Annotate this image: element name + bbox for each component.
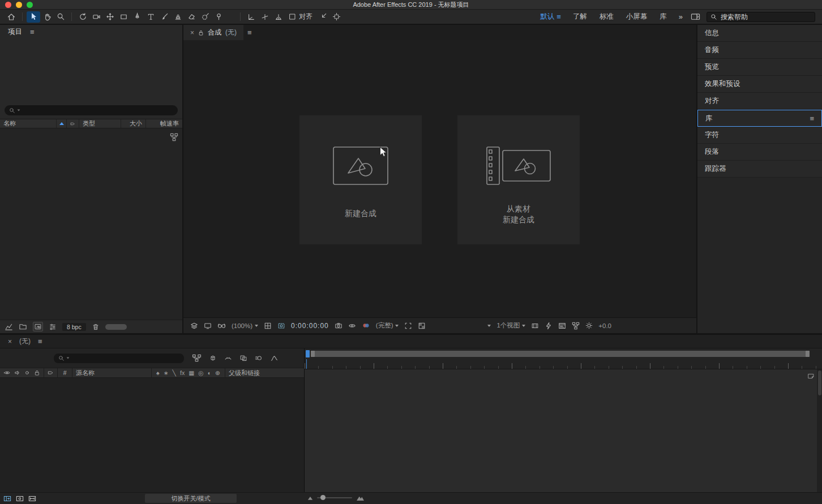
timeline-track-area[interactable] bbox=[305, 369, 822, 492]
time-navigator[interactable] bbox=[306, 350, 810, 359]
magnification-dropdown[interactable]: (100%) bbox=[232, 322, 258, 329]
column-label-color[interactable] bbox=[67, 119, 79, 128]
sidebar-item-effects-presets[interactable]: 效果和预设 bbox=[697, 76, 822, 93]
time-navigator-bar[interactable] bbox=[311, 351, 810, 357]
workspace-overflow-button[interactable]: » bbox=[673, 12, 688, 21]
world-axis-mode-icon[interactable] bbox=[258, 11, 272, 23]
delete-trash-button[interactable] bbox=[92, 323, 100, 331]
pen-tool[interactable] bbox=[130, 11, 144, 23]
project-search-box[interactable] bbox=[5, 105, 178, 115]
show-snapshot-icon[interactable] bbox=[348, 322, 356, 329]
comp-flowchart-icon[interactable] bbox=[572, 322, 580, 330]
channel-settings-glasses-icon[interactable] bbox=[217, 322, 226, 329]
mask-path-visibility-icon[interactable] bbox=[277, 322, 285, 330]
hand-tool[interactable] bbox=[40, 11, 54, 23]
camera-tool[interactable] bbox=[89, 11, 103, 23]
new-composition-button[interactable] bbox=[33, 322, 43, 331]
composition-tab[interactable]: × 合成 (无) bbox=[183, 25, 243, 40]
adjustment-switch-icon[interactable]: ◐ bbox=[208, 369, 211, 376]
view-options-caret[interactable] bbox=[487, 325, 491, 327]
type-tool[interactable] bbox=[144, 11, 157, 23]
eraser-tool[interactable] bbox=[185, 11, 198, 23]
project-search-input[interactable] bbox=[22, 107, 173, 114]
mini-flowchart-icon[interactable] bbox=[192, 354, 202, 362]
column-label[interactable] bbox=[44, 368, 58, 377]
time-ruler[interactable] bbox=[305, 359, 816, 369]
solo-icon[interactable] bbox=[24, 369, 31, 376]
libraries-panel-menu-icon[interactable]: ≡ bbox=[810, 114, 814, 123]
sidebar-item-libraries[interactable]: 库 ≡ bbox=[697, 110, 822, 127]
snap-align-toggle[interactable]: 对齐 bbox=[289, 12, 312, 21]
zoom-slider-knob[interactable] bbox=[320, 495, 326, 500]
timeline-button-icon[interactable] bbox=[558, 322, 566, 330]
timeline-panel-menu-icon[interactable]: ≡ bbox=[38, 337, 42, 346]
view-layout-dropdown[interactable]: 1个视图 bbox=[496, 321, 525, 330]
color-depth-button[interactable]: 8 bpc bbox=[62, 323, 86, 331]
threed-switch-icon[interactable]: ⊕ bbox=[215, 369, 220, 376]
help-search-field[interactable] bbox=[707, 12, 815, 22]
transparency-grid-icon[interactable] bbox=[418, 322, 426, 330]
expand-inout-panes-icon[interactable] bbox=[28, 495, 36, 502]
frame-blend-icon[interactable] bbox=[239, 354, 247, 362]
sidebar-item-preview[interactable]: 预览 bbox=[697, 59, 822, 76]
column-name[interactable]: 名称 bbox=[0, 119, 57, 128]
toggle-switches-modes-button[interactable]: 切换开关/模式 bbox=[145, 494, 237, 503]
rotation-tool[interactable] bbox=[76, 11, 89, 23]
puppet-pin-tool[interactable] bbox=[212, 11, 225, 23]
close-tab-icon[interactable]: × bbox=[8, 338, 12, 346]
home-button[interactable] bbox=[5, 11, 18, 23]
shrink-cursor-icon[interactable] bbox=[316, 11, 329, 23]
close-window-button[interactable] bbox=[5, 2, 11, 8]
pixel-aspect-correction-icon[interactable] bbox=[531, 322, 539, 330]
lock-icon[interactable] bbox=[34, 369, 40, 376]
new-folder-button[interactable] bbox=[19, 322, 27, 331]
fullscreen-window-button[interactable] bbox=[27, 2, 33, 8]
expand-layer-switches-icon[interactable] bbox=[3, 495, 11, 502]
sidebar-item-tracker[interactable]: 跟踪器 bbox=[697, 161, 822, 178]
eye-icon[interactable] bbox=[3, 369, 11, 376]
project-panel-menu-icon[interactable]: ≡ bbox=[30, 28, 35, 36]
column-number[interactable]: # bbox=[58, 368, 72, 377]
sort-ascending-indicator[interactable] bbox=[57, 119, 67, 128]
reset-exposure-icon[interactable] bbox=[585, 322, 593, 329]
workspace-tab-learn[interactable]: 了解 bbox=[567, 12, 593, 21]
shy-switch-icon[interactable]: ♠ bbox=[156, 369, 160, 376]
workspace-tab-small-screen[interactable]: 小屏幕 bbox=[620, 12, 654, 21]
motion-blur-switch-icon[interactable]: ◎ bbox=[198, 369, 203, 376]
close-tab-icon[interactable]: × bbox=[190, 29, 194, 37]
column-type[interactable]: 类型 bbox=[79, 119, 121, 128]
timeline-search-input[interactable] bbox=[71, 355, 179, 361]
always-preview-icon[interactable] bbox=[190, 322, 198, 330]
shape-tool[interactable] bbox=[117, 11, 130, 23]
sidebar-item-character[interactable]: 字符 bbox=[697, 127, 822, 144]
workspace-tab-libraries[interactable]: 库 bbox=[653, 12, 673, 21]
lock-icon[interactable] bbox=[198, 29, 204, 36]
timeline-search-box[interactable] bbox=[54, 354, 184, 363]
playhead-line[interactable] bbox=[306, 359, 307, 369]
frame-blend-switch-icon[interactable]: ▦ bbox=[189, 369, 194, 376]
quality-switch-icon[interactable]: ╲ bbox=[173, 369, 176, 376]
draft-3d-icon[interactable] bbox=[209, 354, 217, 362]
workspace-default-menu[interactable]: ≡ bbox=[556, 12, 567, 21]
timeline-zoom-slider[interactable] bbox=[317, 497, 352, 498]
graph-editor-icon[interactable] bbox=[270, 354, 279, 362]
project-item-list[interactable] bbox=[0, 128, 182, 320]
column-source-name[interactable]: 源名称 bbox=[72, 368, 152, 377]
project-panel-title[interactable]: 项目 bbox=[8, 27, 22, 37]
sidebar-item-paragraph[interactable]: 段落 bbox=[697, 144, 822, 161]
fx-switch-icon[interactable]: fx bbox=[180, 369, 185, 376]
vertical-scrollbar[interactable] bbox=[817, 369, 822, 492]
adjust-icon[interactable] bbox=[49, 323, 57, 331]
minimize-window-button[interactable] bbox=[16, 2, 22, 8]
panel-layout-icon[interactable] bbox=[688, 11, 702, 23]
selection-tool[interactable] bbox=[27, 11, 40, 23]
project-flowchart-icon[interactable] bbox=[170, 133, 178, 141]
zoom-in-mountain-icon[interactable] bbox=[356, 494, 365, 501]
local-axis-mode-icon[interactable] bbox=[245, 11, 258, 23]
workspace-tab-default[interactable]: 默认 bbox=[534, 12, 556, 21]
snapshot-camera-icon[interactable] bbox=[335, 322, 342, 329]
current-time-display[interactable]: 0:00:00:00 bbox=[291, 322, 329, 330]
interpret-footage-button[interactable] bbox=[5, 322, 13, 331]
brush-tool[interactable] bbox=[157, 11, 171, 23]
sidebar-item-align[interactable]: 对齐 bbox=[697, 93, 822, 110]
